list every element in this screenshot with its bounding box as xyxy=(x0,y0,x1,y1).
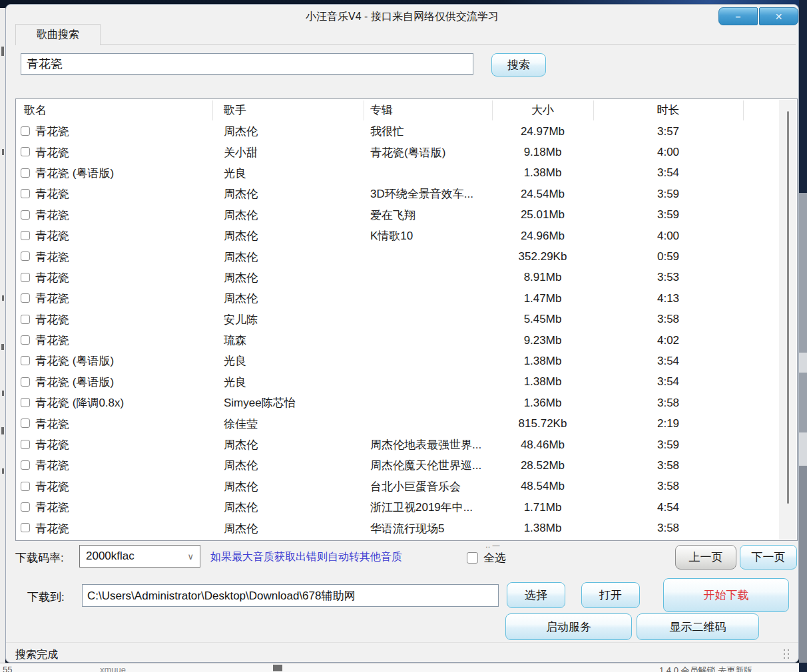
row-checkbox[interactable] xyxy=(21,293,30,303)
select-all-checkbox[interactable] xyxy=(467,552,478,564)
open-folder-button[interactable]: 打开 xyxy=(581,582,640,608)
song-name-cell: 青花瓷 (粤语版) xyxy=(35,372,114,393)
table-row[interactable]: 青花瓷 周杰伦 3D环绕全景音效车... 24.54Mb 3:59 xyxy=(16,184,797,204)
album-cell xyxy=(370,309,491,330)
tab-label: 歌曲搜索 xyxy=(37,28,79,42)
size-cell: 1.38Mb xyxy=(492,351,593,371)
row-checkbox[interactable] xyxy=(21,440,30,449)
screen: 55 xmuue 1.4.0 会员解锁 去更新版 小汪音乐V4 - 接口来自网络… xyxy=(0,0,807,672)
status-text: 搜索完成 xyxy=(15,648,58,662)
table-row[interactable]: 青花瓷 周杰伦 爱在飞翔 25.01Mb 3:59 xyxy=(16,205,797,226)
table-row[interactable]: 青花瓷 周杰伦 352.29Kb 0:59 xyxy=(16,246,797,267)
screen-right-edge xyxy=(799,0,807,672)
table-row[interactable]: 青花瓷 (粤语版) 光良 1.38Mb 3:54 xyxy=(16,351,797,371)
bitrate-dropdown[interactable]: 2000kflac ∨ xyxy=(79,545,200,568)
row-checkbox[interactable] xyxy=(21,231,30,240)
column-header-song[interactable]: 歌名 xyxy=(24,99,47,121)
close-button[interactable]: ✕ xyxy=(759,7,798,25)
table-row[interactable]: 青花瓷 周杰伦 华语流行现场5 1.38Mb 3:58 xyxy=(16,518,797,538)
table-row[interactable]: 青花瓷 周杰伦 我很忙 24.97Mb 3:57 xyxy=(16,121,797,142)
artist-cell: 周杰伦 xyxy=(224,184,258,204)
table-row[interactable]: 青花瓷 周杰伦 浙江卫视2019年中... 1.71Mb 4:54 xyxy=(16,497,797,518)
start-download-button[interactable]: 开始下载 xyxy=(663,578,789,612)
tab-song-search[interactable]: 歌曲搜索 xyxy=(15,24,101,45)
search-button[interactable]: 搜索 xyxy=(491,53,546,77)
select-all-control: 全选 xyxy=(467,550,506,566)
window-title: 小汪音乐V4 - 接口来自网络仅供交流学习 xyxy=(6,10,798,24)
table-row[interactable]: 青花瓷 周杰伦 8.91Mb 3:53 xyxy=(16,267,797,288)
table-row[interactable]: 青花瓷 周杰伦 周杰伦地表最强世界... 48.46Mb 3:59 xyxy=(16,434,797,455)
column-header-size[interactable]: 大小 xyxy=(492,99,593,121)
duration-cell: 3:59 xyxy=(593,434,743,455)
row-checkbox[interactable] xyxy=(21,398,30,407)
table-row[interactable]: 青花瓷 (降调0.8x) Simyee陈芯怡 1.36Mb 3:58 xyxy=(16,393,797,413)
screen-edge-artifact xyxy=(799,432,807,466)
size-cell: 352.29Kb xyxy=(492,246,593,267)
row-checkbox[interactable] xyxy=(21,419,30,428)
song-name-cell: 青花瓷 (粤语版) xyxy=(35,351,114,371)
size-cell: 8.91Mb xyxy=(492,267,593,288)
table-scrollbar[interactable] xyxy=(779,100,796,540)
show-qrcode-button[interactable]: 显示二维码 xyxy=(637,613,759,640)
prev-page-button[interactable]: 上一页 xyxy=(675,545,736,570)
album-cell: 周杰伦地表最强世界... xyxy=(370,434,491,455)
column-header-album[interactable]: 专辑 xyxy=(370,99,393,121)
row-checkbox[interactable] xyxy=(21,315,30,324)
download-path-input[interactable] xyxy=(82,584,499,607)
row-checkbox[interactable] xyxy=(21,460,30,470)
table-header: 歌名 歌手 专辑 大小 时长 xyxy=(16,99,797,121)
row-checkbox[interactable] xyxy=(21,126,30,136)
table-row[interactable]: 青花瓷 徐佳莹 815.72Kb 2:19 xyxy=(16,413,797,434)
song-name-cell: 青花瓷 xyxy=(35,267,69,288)
row-checkbox[interactable] xyxy=(21,335,30,345)
table-row[interactable]: 青花瓷 琉森 9.23Mb 4:02 xyxy=(16,330,797,351)
choose-folder-button[interactable]: 选择 xyxy=(507,582,565,608)
resize-grip-icon[interactable] xyxy=(784,649,790,659)
size-cell: 5.45Mb xyxy=(492,309,593,330)
album-cell xyxy=(370,288,491,309)
minimize-button[interactable]: – xyxy=(718,7,758,25)
song-name-cell: 青花瓷 xyxy=(35,288,69,309)
album-cell: 华语流行现场5 xyxy=(370,518,491,538)
row-checkbox[interactable] xyxy=(21,482,30,491)
size-cell: 48.46Mb xyxy=(492,434,593,455)
column-header-duration[interactable]: 时长 xyxy=(593,99,743,121)
search-input[interactable] xyxy=(21,53,473,75)
artist-cell: 安儿陈 xyxy=(224,309,258,330)
tabstrip-divider xyxy=(15,44,796,45)
row-checkbox[interactable] xyxy=(21,273,30,282)
row-checkbox[interactable] xyxy=(21,168,30,178)
prev-page-label: 上一页 xyxy=(689,550,723,565)
row-checkbox[interactable] xyxy=(21,523,30,532)
duration-cell: 4:54 xyxy=(593,497,743,518)
duration-cell: 4:00 xyxy=(593,226,743,246)
row-checkbox[interactable] xyxy=(21,356,30,365)
column-divider xyxy=(364,100,364,120)
table-row[interactable]: 青花瓷 关小甜 青花瓷(粤语版) 9.18Mb 4:00 xyxy=(16,142,797,162)
table-row[interactable]: 青花瓷 (粤语版) 光良 1.38Mb 3:54 xyxy=(16,372,797,393)
table-row[interactable]: 青花瓷 周杰伦 台北小巨蛋音乐会 48.54Mb 3:58 xyxy=(16,476,797,497)
start-service-button[interactable]: 启动服务 xyxy=(505,613,632,640)
table-body: 青花瓷 周杰伦 我很忙 24.97Mb 3:57 青花瓷 关小甜 青花瓷(粤语版… xyxy=(16,121,797,541)
column-header-artist[interactable]: 歌手 xyxy=(224,99,246,121)
table-row[interactable]: 青花瓷 周杰伦 K情歌10 24.96Mb 4:00 xyxy=(16,226,797,246)
album-cell: 3D环绕全景音效车... xyxy=(370,184,491,204)
duration-cell: 4:02 xyxy=(593,330,743,351)
duration-cell: 3:54 xyxy=(593,372,743,393)
table-row[interactable]: 青花瓷 安儿陈 5.45Mb 3:58 xyxy=(16,309,797,330)
table-row[interactable]: 青花瓷 (粤语版) 光良 1.38Mb 3:54 xyxy=(16,163,797,184)
row-checkbox[interactable] xyxy=(21,377,30,387)
row-checkbox[interactable] xyxy=(21,147,30,156)
row-checkbox[interactable] xyxy=(21,252,30,261)
next-page-button[interactable]: 下一页 xyxy=(740,545,797,570)
scrollbar-thumb[interactable] xyxy=(787,111,789,504)
column-divider xyxy=(492,100,493,120)
row-checkbox[interactable] xyxy=(21,189,30,198)
table-row[interactable]: 青花瓷 周杰伦 周杰伦魔天伦世界巡... 28.52Mb 3:58 xyxy=(16,455,797,476)
app-window: 小汪音乐V4 - 接口来自网络仅供交流学习 – ✕ 歌曲搜索 搜索 歌名 歌手 … xyxy=(5,4,799,663)
row-checkbox[interactable] xyxy=(21,210,30,220)
row-checkbox[interactable] xyxy=(21,502,30,512)
table-row[interactable]: 青花瓷 周杰伦 1.47Mb 4:13 xyxy=(16,288,797,309)
duration-cell: 3:54 xyxy=(593,163,743,184)
song-name-cell: 青花瓷 (降调0.8x) xyxy=(35,393,124,413)
